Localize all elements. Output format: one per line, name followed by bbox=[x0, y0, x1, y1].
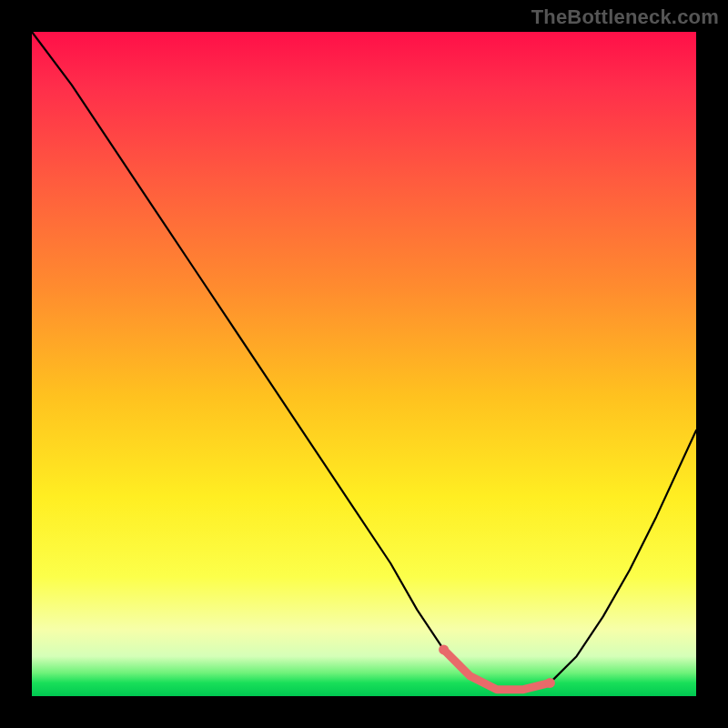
optimal-range-start-dot bbox=[439, 644, 449, 654]
bottleneck-curve bbox=[32, 32, 696, 690]
optimal-range-end-dot bbox=[545, 678, 555, 688]
watermark-text: TheBottleneck.com bbox=[531, 5, 719, 29]
chart-frame: TheBottleneck.com bbox=[0, 0, 728, 728]
curve-svg bbox=[32, 32, 696, 696]
plot-area bbox=[32, 32, 696, 696]
optimal-range-segment bbox=[444, 650, 551, 690]
